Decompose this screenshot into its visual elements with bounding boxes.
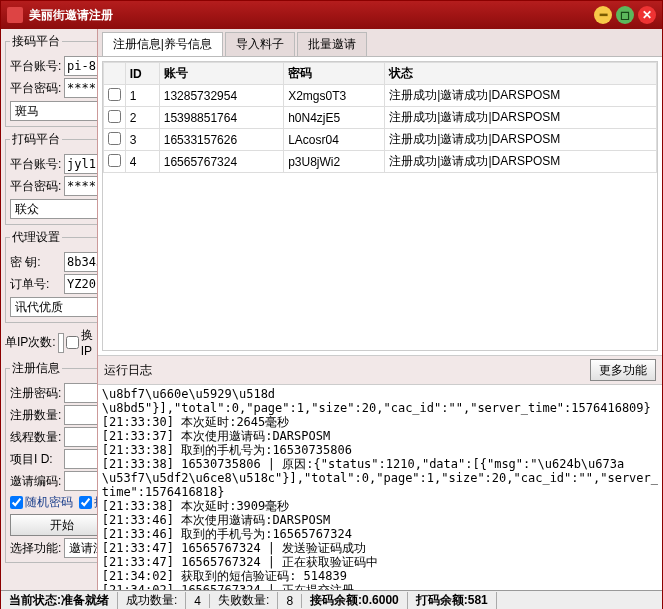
proxy-group: 代理设置 密 钥: 订单号: 讯代优质▾测试 <box>5 229 98 323</box>
row-checkbox[interactable] <box>108 132 121 145</box>
jiema-pwd-input[interactable] <box>64 78 98 98</box>
proxy-select[interactable]: 讯代优质 <box>10 297 98 317</box>
reg-num-input[interactable] <box>64 405 98 425</box>
window-title: 美丽街邀请注册 <box>29 7 590 24</box>
reg-num-label: 注册数量: <box>10 407 62 424</box>
dama-select[interactable]: 联众 <box>10 199 98 219</box>
jiema-pwd-label: 平台密码: <box>10 80 62 97</box>
swap-ip-label: 换IP <box>81 327 93 358</box>
titlebar: 美丽街邀请注册 ━ ◻ ✕ <box>1 1 662 29</box>
fn-label: 选择功能: <box>10 540 62 557</box>
dama-acct-label: 平台账号: <box>10 156 62 173</box>
reg-pid-input[interactable] <box>64 449 98 469</box>
row-checkbox[interactable] <box>108 110 121 123</box>
close-button[interactable]: ✕ <box>638 6 656 24</box>
tab-reginfo[interactable]: 注册信息|养号信息 <box>102 32 223 56</box>
row-checkbox[interactable] <box>108 154 121 167</box>
minimize-button[interactable]: ━ <box>594 6 612 24</box>
jiema-legend: 接码平台 <box>10 33 62 50</box>
proxy-key-label: 密 钥: <box>10 254 62 271</box>
table-row[interactable]: 215398851764h0N4zjE5注册成功|邀请成功|DARSPOSM <box>103 107 656 129</box>
left-panel: 接码平台 平台账号: 平台密码: 斑马▾登陆 打码平台 平台账号: 平台密码: … <box>1 29 98 590</box>
reg-th-input[interactable] <box>64 427 98 447</box>
reg-th-label: 线程数量: <box>10 429 62 446</box>
proxy-key-input[interactable] <box>64 252 98 272</box>
dama-group: 打码平台 平台账号: 平台密码: 联众▾登陆 <box>5 131 98 225</box>
log-output[interactable]: \u8bf7\u660e\u5929\u518d \u8bd5"}],"tota… <box>98 385 662 590</box>
proxy-order-label: 订单号: <box>10 276 62 293</box>
proxy-legend: 代理设置 <box>10 229 62 246</box>
log-title: 运行日志 <box>104 362 152 379</box>
start-button[interactable]: 开始 <box>10 514 98 536</box>
reg-pid-label: 项目I D: <box>10 451 62 468</box>
row-checkbox[interactable] <box>108 88 121 101</box>
tab-import[interactable]: 导入料子 <box>225 32 295 56</box>
reg-pwd-label: 注册密码: <box>10 385 62 402</box>
dama-acct-input[interactable] <box>64 154 98 174</box>
reg-group: 注册信息 注册密码: 注册数量: 线程数量: 项目I D: 邀请编码: 随机密码… <box>5 360 98 563</box>
table-row[interactable]: 113285732954X2mgs0T3注册成功|邀请成功|DARSPOSM <box>103 85 656 107</box>
reg-inv-input[interactable] <box>64 471 98 491</box>
dama-pwd-label: 平台密码: <box>10 178 62 195</box>
status-bar: 当前状态:准备就绪 成功数量:4 失败数量:8 接码余额:0.6000 打码余额… <box>1 590 662 609</box>
more-button[interactable]: 更多功能 <box>590 359 656 381</box>
ip-label: 单IP次数: <box>5 334 56 351</box>
dama-pwd-input[interactable] <box>64 176 98 196</box>
fn-select[interactable]: 邀请注册 <box>64 538 98 558</box>
tab-batch[interactable]: 批量邀请 <box>297 32 367 56</box>
jiema-acct-label: 平台账号: <box>10 58 62 75</box>
app-icon <box>7 7 23 23</box>
swap-ip-checkbox[interactable] <box>66 336 79 349</box>
proxy-order-input[interactable] <box>64 274 98 294</box>
ip-count-input[interactable] <box>58 333 64 353</box>
reg-pwd-input[interactable] <box>64 383 98 403</box>
jiema-acct-input[interactable] <box>64 56 98 76</box>
table-row[interactable]: 316533157626LAcosr04注册成功|邀请成功|DARSPOSM <box>103 129 656 151</box>
maximize-button[interactable]: ◻ <box>616 6 634 24</box>
jiema-group: 接码平台 平台账号: 平台密码: 斑马▾登陆 <box>5 33 98 127</box>
tabs: 注册信息|养号信息 导入料子 批量邀请 <box>98 29 662 57</box>
jiema-select[interactable]: 斑马 <box>10 101 98 121</box>
virt-check[interactable]: 排除虚拟 <box>79 494 98 511</box>
table-row[interactable]: 416565767324p3U8jWi2注册成功|邀请成功|DARSPOSM <box>103 151 656 173</box>
rand-pwd-check[interactable]: 随机密码 <box>10 494 73 511</box>
accounts-grid[interactable]: ID账号密码状态 113285732954X2mgs0T3注册成功|邀请成功|D… <box>102 61 658 351</box>
reg-inv-label: 邀请编码: <box>10 473 62 490</box>
dama-legend: 打码平台 <box>10 131 62 148</box>
reg-legend: 注册信息 <box>10 360 62 377</box>
